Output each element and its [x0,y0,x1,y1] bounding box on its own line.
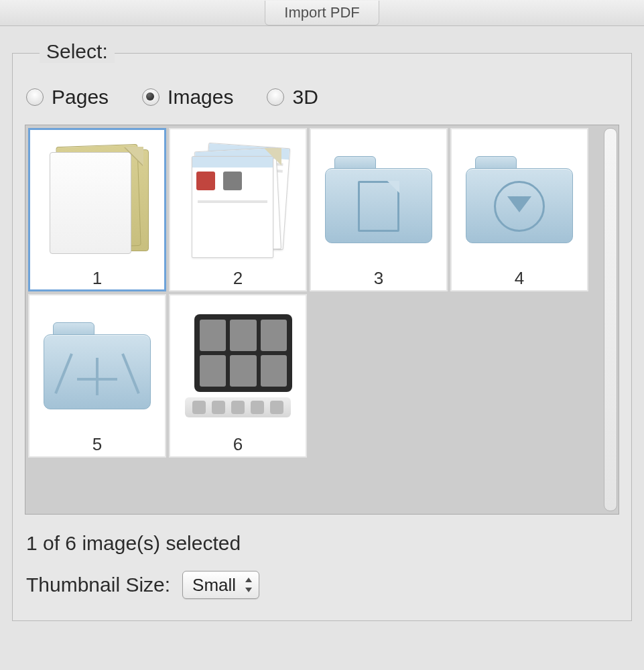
radio-label: Pages [52,86,109,109]
import-mode-radios: Pages Images 3D [26,86,619,109]
thumbnail-item[interactable]: 5 [28,294,166,458]
radio-label: 3D [292,86,318,109]
folder-applications-icon [32,301,162,430]
radio-icon [142,88,159,106]
thumbnail-number: 6 [233,434,243,455]
window-title: Import PDF [265,1,379,25]
thumbnail-size-value: Small [192,575,236,596]
radio-icon [26,88,44,106]
folder-downloads-icon [454,135,584,264]
thumbnail-size-label: Thumbnail Size: [26,574,170,596]
select-group: Select: Pages Images 3D [12,53,632,621]
thumbnail-scroll-area[interactable]: 1 [25,125,619,515]
select-legend: Select: [40,40,115,63]
dock-stacks-icon [173,301,303,430]
webpage-stack-icon [173,135,303,264]
updown-arrows-icon [244,578,253,592]
selection-status: 1 of 6 image(s) selected [26,532,619,555]
radio-icon [267,88,284,106]
thumbnail-grid: 1 [25,125,619,460]
documents-stack-icon [32,135,162,264]
thumbnail-item[interactable]: 2 [169,128,307,291]
thumbnail-item[interactable]: 1 [28,128,166,291]
folder-documents-icon [314,135,444,264]
thumbnail-number: 5 [92,434,102,455]
dialog-body: Select: Pages Images 3D [0,26,644,633]
radio-label: Images [168,86,233,109]
thumbnail-number: 4 [515,268,524,289]
radio-pages[interactable]: Pages [26,86,109,109]
thumbnail-item[interactable]: 6 [169,294,307,458]
thumbnail-number: 3 [374,268,383,289]
thumbnail-size-popup[interactable]: Small [182,571,259,599]
radio-images[interactable]: Images [142,86,233,109]
thumbnail-item[interactable]: 4 [450,128,588,291]
title-bar: Import PDF [0,0,644,26]
thumbnail-number: 2 [233,268,243,289]
radio-3d[interactable]: 3D [267,86,318,109]
thumbnail-size-row: Thumbnail Size: Small [26,571,619,599]
thumbnail-item[interactable]: 3 [310,128,448,291]
thumbnail-number: 1 [92,268,102,289]
